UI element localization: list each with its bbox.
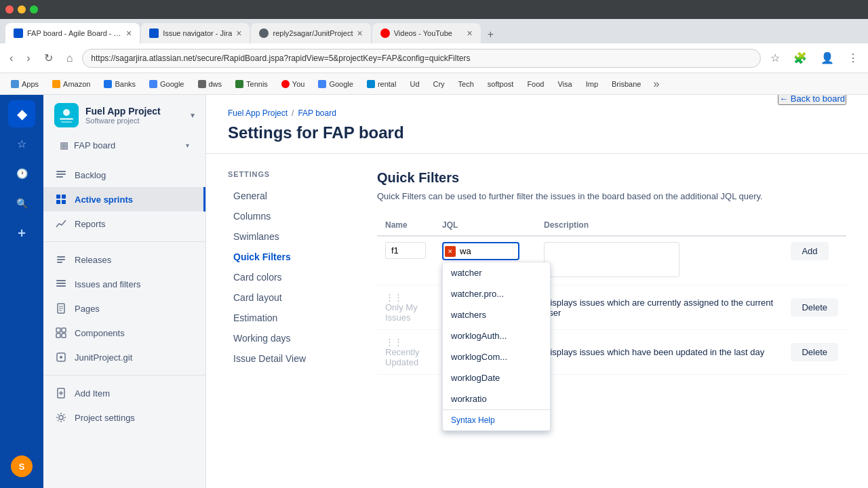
browser-tab-3[interactable]: reply2sagar/JunitProject × bbox=[251, 23, 370, 43]
bookmark-dws[interactable]: dws bbox=[193, 78, 228, 90]
new-tab-button[interactable]: + bbox=[482, 26, 499, 43]
sidebar-item-releases[interactable]: Releases bbox=[43, 247, 205, 272]
forward-browser-button[interactable]: › bbox=[22, 49, 34, 67]
create-button[interactable]: + bbox=[8, 220, 35, 247]
starred-projects-button[interactable]: ☆ bbox=[8, 130, 35, 157]
reload-button[interactable]: ↻ bbox=[40, 49, 57, 67]
sidebar-item-issues-filters[interactable]: Issues and filters bbox=[43, 272, 205, 296]
bookmark-google2[interactable]: Google bbox=[313, 78, 358, 90]
junitproject-label: JunitProject.git bbox=[75, 352, 132, 363]
bookmark-visa[interactable]: Visa bbox=[552, 78, 577, 90]
bookmark-you[interactable]: You bbox=[276, 78, 311, 90]
bookmark-softpost[interactable]: softpost bbox=[482, 78, 519, 90]
bookmark-brisbane[interactable]: Brisbane bbox=[606, 78, 646, 90]
bookmark-cry[interactable]: Cry bbox=[428, 78, 450, 90]
autocomplete-dropdown: watcher watcher.pro... watchers worklogA… bbox=[442, 262, 551, 431]
autocomplete-item-watchers[interactable]: watchers bbox=[443, 304, 550, 325]
autocomplete-item-worklogcom[interactable]: worklogCom... bbox=[443, 346, 550, 367]
user-avatar[interactable]: S bbox=[11, 455, 33, 477]
project-header[interactable]: Fuel App Project Software project ▾ bbox=[43, 95, 205, 136]
settings-nav-columns[interactable]: Columns bbox=[228, 207, 350, 226]
browser-tab-4[interactable]: Videos - YouTube × bbox=[372, 23, 481, 43]
fap-board-item[interactable]: ▦ FAP board ▾ bbox=[54, 136, 195, 155]
svg-rect-13 bbox=[57, 262, 62, 263]
bookmark-star-button[interactable]: ☆ bbox=[766, 49, 784, 67]
jql-text-input[interactable] bbox=[457, 243, 518, 259]
recent-projects-button[interactable]: 🕐 bbox=[8, 160, 35, 187]
bookmark-food[interactable]: Food bbox=[521, 78, 549, 90]
minimize-window-button[interactable] bbox=[18, 5, 26, 14]
breadcrumb-project-link[interactable]: Fuel App Project bbox=[228, 108, 288, 118]
project-settings-label: Project settings bbox=[75, 413, 135, 423]
more-bookmarks-button[interactable]: » bbox=[649, 76, 663, 92]
bookmark-google[interactable]: Google bbox=[144, 78, 189, 90]
drag-handle-1[interactable]: ⋮⋮ bbox=[385, 292, 403, 302]
jql-clear-button[interactable]: ✕ bbox=[445, 246, 456, 257]
sidebar-item-junitproject[interactable]: JunitProject.git bbox=[43, 345, 205, 369]
settings-nav-card-layout[interactable]: Card layout bbox=[228, 288, 350, 307]
autocomplete-item-workratio[interactable]: workratio bbox=[443, 388, 550, 409]
sidebar-item-components[interactable]: Components bbox=[43, 321, 205, 345]
board-item-label: FAP board bbox=[74, 140, 115, 150]
tab-close-2[interactable]: × bbox=[236, 28, 241, 39]
autocomplete-item-watcher-pro[interactable]: watcher.pro... bbox=[443, 283, 550, 304]
new-row-name-input[interactable] bbox=[385, 242, 426, 259]
active-sprints-label: Active sprints bbox=[75, 195, 133, 205]
bookmark-amazon[interactable]: Amazon bbox=[47, 78, 96, 90]
sidebar-item-add-item[interactable]: Add Item bbox=[43, 381, 205, 405]
tennis-bookmark-icon bbox=[235, 80, 243, 88]
settings-nav-quick-filters[interactable]: Quick Filters bbox=[228, 247, 350, 266]
sidebar-item-project-settings[interactable]: Project settings bbox=[43, 405, 205, 430]
breadcrumb-board-link[interactable]: FAP board bbox=[298, 108, 336, 118]
settings-nav-general[interactable]: General bbox=[228, 186, 350, 205]
issues-filters-label: Issues and filters bbox=[75, 279, 141, 289]
settings-nav-working-days[interactable]: Working days bbox=[228, 329, 350, 348]
search-button[interactable]: 🔍 bbox=[8, 190, 35, 217]
sidebar-item-backlog[interactable]: Backlog bbox=[43, 163, 205, 187]
extensions-button[interactable]: 🧩 bbox=[789, 49, 811, 67]
sidebar-item-active-sprints[interactable]: Active sprints bbox=[43, 187, 205, 211]
bookmark-ud[interactable]: Ud bbox=[404, 78, 425, 90]
settings-nav-card-colors[interactable]: Card colors bbox=[228, 268, 350, 287]
browser-tab-2[interactable]: Issue navigator - Jira × bbox=[141, 23, 250, 43]
delete-row2-button[interactable]: Delete bbox=[791, 343, 838, 361]
tab-close-1[interactable]: × bbox=[126, 28, 132, 39]
bookmark-imp[interactable]: Imp bbox=[580, 78, 604, 90]
close-window-button[interactable] bbox=[5, 5, 14, 14]
settings-nav-estimation[interactable]: Estimation bbox=[228, 308, 350, 327]
settings-nav-swimlanes[interactable]: Swimlanes bbox=[228, 227, 350, 246]
browser-titlebar bbox=[0, 0, 868, 19]
jira-logo-button[interactable]: ◆ bbox=[8, 100, 35, 127]
row1-description: Displays issues which are currently assi… bbox=[544, 298, 773, 318]
autocomplete-item-worklogdate[interactable]: worklogDate bbox=[443, 367, 550, 388]
bookmark-tennis[interactable]: Tennis bbox=[230, 78, 273, 90]
back-browser-button[interactable]: ‹ bbox=[5, 49, 17, 67]
sidebar-item-reports[interactable]: Reports bbox=[43, 211, 205, 236]
jql-input-field[interactable]: ✕ bbox=[442, 242, 519, 260]
maximize-window-button[interactable] bbox=[30, 5, 38, 14]
address-bar[interactable]: https://sagarjira.atlassian.net/secure/R… bbox=[82, 49, 761, 68]
new-row-description-input[interactable] bbox=[544, 242, 679, 277]
home-button[interactable]: ⌂ bbox=[62, 49, 77, 67]
bookmark-banks[interactable]: Banks bbox=[98, 78, 141, 90]
tab-close-3[interactable]: × bbox=[357, 28, 363, 39]
add-filter-button[interactable]: Add bbox=[791, 242, 828, 260]
delete-row1-button[interactable]: Delete bbox=[791, 298, 838, 317]
bookmark-tech[interactable]: Tech bbox=[453, 78, 479, 90]
profile-button[interactable]: 👤 bbox=[816, 49, 838, 67]
sidebar-item-pages[interactable]: Pages bbox=[43, 296, 205, 321]
bookmarks-bar: Apps Amazon Banks Google dws Tennis You bbox=[0, 73, 868, 95]
autocomplete-item-watcher[interactable]: watcher bbox=[443, 262, 550, 283]
autocomplete-item-worklogauth[interactable]: worklogAuth... bbox=[443, 325, 550, 346]
autocomplete-syntax-help[interactable]: Syntax Help bbox=[443, 409, 550, 430]
main-header: Fuel App Project / FAP board Settings fo… bbox=[206, 95, 868, 154]
new-row-name-cell bbox=[377, 236, 434, 285]
bookmark-rental[interactable]: rental bbox=[361, 78, 402, 90]
menu-button[interactable]: ⋮ bbox=[844, 49, 863, 67]
drag-handle-2[interactable]: ⋮⋮ bbox=[385, 337, 403, 347]
bookmark-apps[interactable]: Apps bbox=[5, 78, 44, 90]
browser-tab-1[interactable]: FAP board - Agile Board - Jira × bbox=[5, 23, 140, 43]
tab-close-4[interactable]: × bbox=[467, 28, 473, 39]
settings-nav-issue-detail-view[interactable]: Issue Detail View bbox=[228, 349, 350, 368]
back-to-board-button[interactable]: ← Back to board bbox=[778, 95, 846, 105]
